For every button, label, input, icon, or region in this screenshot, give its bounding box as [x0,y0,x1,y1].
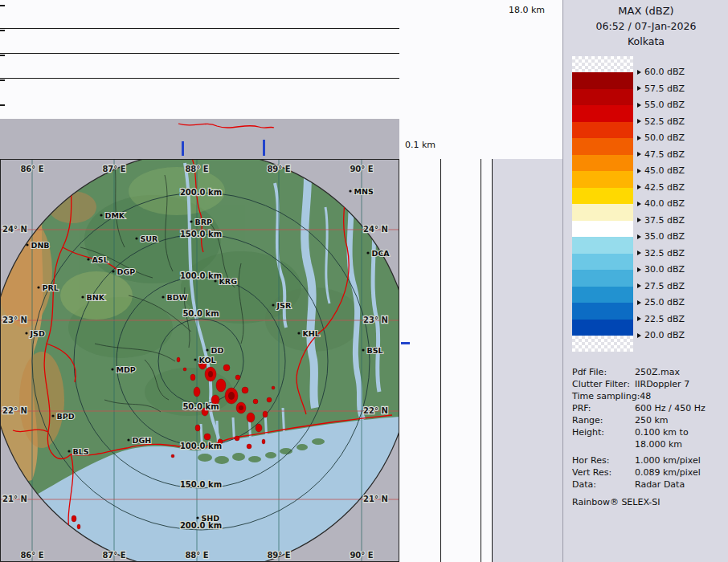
scale-tick-arrow-icon [637,136,641,140]
info-label: Vert Res: [572,466,635,479]
station-dot [100,214,102,216]
map-panel: 86° E86° E87° E87° E88° E88° E89° E89° E… [0,159,399,562]
station-dot [206,348,208,351]
dbz-scale-label: 27.5 dBZ [637,281,685,291]
dbz-scale-label: 35.0 dBZ [637,231,685,242]
info-row: Clutter Filter: IIRDoppler 7 [572,378,726,390]
station-label: SUR [141,234,159,243]
dbz-scale-label: 57.5 dBZ [637,83,685,94]
range-label: 50.0 km [182,309,219,318]
station-label: PRL [43,283,59,292]
lon-label: 89° E [267,165,290,173]
station-dot [37,286,39,288]
height-axis-min-label: 0.1 km [405,140,436,150]
info-label: Range: [572,414,635,426]
scale-tick-arrow-icon [637,70,641,75]
colorbar-cell [572,303,633,320]
scale-tick-arrow-icon [637,333,641,338]
station-dot [81,295,84,298]
height-gridline [0,28,399,29]
height-axis-max-label: 18.0 km [509,5,545,15]
info-row: Range: 250 km [572,414,726,426]
radar-map: 86° E86° E87° E87° E88° E88° E89° E89° E… [0,159,399,562]
info-row: Time sampling: 48 [572,390,726,402]
scale-tick-arrow-icon [637,119,641,124]
dbz-scale-label: 32.5 dBZ [637,248,685,259]
station-dot [196,516,198,519]
info-label: Height: [572,426,635,438]
scale-tick-arrow-icon [637,86,641,91]
station-dot [112,270,114,272]
radar-display-window: 86° E86° E87° E87° E88° E88° E89° E89° E… [0,0,728,562]
scale-tick-arrow-icon [637,234,641,239]
station-label: BPD [57,412,75,421]
info-value: 250 km [635,414,669,426]
info-value: 250Z.max [635,366,680,378]
station-dot [25,332,27,334]
info-row: Height: 0.100 km to [572,426,726,438]
lat-label: 24° N [363,225,388,234]
station-label: MNS [354,187,374,196]
station-label: BDW [167,293,188,302]
lat-label: 21° N [363,495,388,503]
info-value: 1.000 km/pixel [635,454,701,466]
info-value: 0.100 km to [635,426,689,438]
height-axis-tick [0,30,5,31]
lon-label: 87° E [102,551,125,560]
scale-tick-arrow-icon [637,169,641,173]
station-label: SHD [202,514,220,523]
info-label: Time sampling: [572,390,640,402]
lon-label: 88° E [185,165,208,173]
product-title: MAX (dBZ) [563,5,728,17]
lon-label: 88° E [185,551,208,560]
range-label: 200.0 km [180,521,222,530]
range-label: 150.0 km [180,480,222,489]
station-label: DGH [133,436,152,445]
station-label: BRP [195,218,213,226]
colorbar-cell [572,138,633,155]
side-projection-panel: 18.0 km 0.1 km [399,0,562,562]
lon-label: 90° E [350,165,373,173]
dbz-scale-label: 25.0 dBZ [637,297,685,307]
info-value: IIRDoppler 7 [635,378,689,390]
range-label: 50.0 km [182,402,219,411]
lon-label: 90° E [350,551,373,560]
range-label: 100.0 km [180,442,222,450]
station-dot [190,220,192,222]
legend-panel: MAX (dBZ) 06:52 / 07-Jan-2026 Kolkata 60… [562,0,728,562]
station-label: JSD [30,329,45,338]
range-label: 150.0 km [180,230,222,238]
info-value: 18.000 km [635,438,682,450]
info-value: 0.089 km/pixel [635,466,701,479]
station-dot [67,450,70,452]
station-dot [366,251,369,254]
station-dot [51,414,54,417]
station-dot [26,243,28,246]
colorbar-cell [572,287,633,303]
scale-tick-arrow-icon [637,185,641,189]
height-axis-tick [0,79,5,81]
range-label: 200.0 km [180,188,222,197]
lon-label: 89° E [267,551,290,560]
lat-label: 24° N [2,225,27,234]
height-gridline [440,159,441,562]
station-label: KRG [219,277,238,286]
dbz-scale-label: 40.0 dBZ [637,198,685,209]
station-dot [362,348,364,351]
colorbar-cell [572,270,633,287]
height-gridline [492,159,493,562]
station-label: DMK [105,211,125,220]
colorbar-cell [572,155,633,172]
station-label: ASL [92,255,108,264]
height-gridline [0,53,399,54]
station-label: DCA [372,249,391,258]
scale-tick-arrow-icon [637,267,641,272]
station-label: BLS [73,447,89,456]
colorbar-cells [572,56,633,352]
projected-boundary-line [178,124,274,128]
dbz-scale-label: 37.5 dBZ [637,215,685,226]
range-label: 100.0 km [180,271,222,280]
top-projection-panel [0,0,400,159]
lon-label: 87° E [102,165,125,173]
station-name: Kolkata [563,35,728,47]
